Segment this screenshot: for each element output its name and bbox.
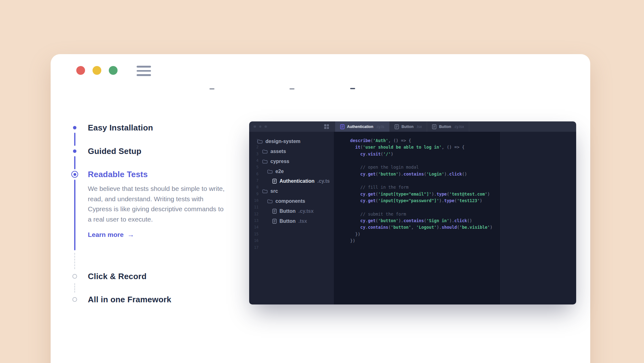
file-tree-panel: 1234567891011121314151617 design-systema… <box>249 132 334 304</box>
line-number: 17 <box>249 244 259 251</box>
tree-folder-design-system: design-system <box>249 137 334 146</box>
code-line: cy.get('button').contains('Sign in').cli… <box>350 217 500 224</box>
code-line: // open the login modal <box>350 164 500 171</box>
code-editor-window: Authentication.cy.tsButton.tsxButton.cy.… <box>249 121 576 304</box>
hamburger-menu-icon[interactable] <box>137 66 151 76</box>
file-icon <box>272 179 277 184</box>
line-number: 16 <box>249 238 259 244</box>
code-line: cy.get('button').contains('Login').click… <box>350 171 500 177</box>
timeline-circle-upcoming <box>73 274 77 279</box>
timeline-segment <box>74 133 75 146</box>
file-icon <box>272 209 277 214</box>
code-line: cy.visit('/') <box>350 151 500 157</box>
folder-icon <box>262 149 268 154</box>
tab-file-name: Button <box>439 125 451 129</box>
tree-folder-e2e: e2e <box>249 167 334 176</box>
file-icon <box>432 124 436 129</box>
tree-file-authentication-cy-ts: Authentication.cy.ts <box>249 177 334 185</box>
feature-item-click-record[interactable]: Click & Record <box>88 271 250 282</box>
feature-description-line: Cypress is like giving descriptive comma… <box>88 204 250 214</box>
editor-body: 1234567891011121314151617 design-systema… <box>249 132 576 304</box>
code-line: }) <box>350 238 500 244</box>
window-controls <box>76 66 118 75</box>
tree-item-ext: .cy.tsx <box>299 208 314 214</box>
folder-icon <box>262 159 268 164</box>
tree-item-label: e2e <box>275 169 284 174</box>
code-line: cy.contains('button', 'Logout').should('… <box>350 224 500 231</box>
timeline-segment-dashed <box>74 253 75 269</box>
tree-item-label: assets <box>270 149 286 154</box>
code-line <box>350 244 500 251</box>
window-dot-yellow <box>93 66 101 75</box>
tree-item-ext: .cy.ts <box>317 178 330 184</box>
code-line <box>350 204 500 211</box>
tab-file-ext: .cy.ts <box>376 125 384 129</box>
browser-window-card: Easy InstallationGuided SetupReadable Te… <box>51 54 590 363</box>
tree-item-label: Button <box>279 218 296 224</box>
folder-icon <box>257 139 263 144</box>
editor-tab-authentication-cy-ts: Authentication.cy.ts <box>335 121 389 132</box>
ghost-dash <box>209 88 214 89</box>
tree-item-label: components <box>275 198 305 204</box>
timeline-ring-active <box>71 171 78 178</box>
feature-item-readable-tests[interactable]: Readable Tests <box>88 169 250 180</box>
folder-icon <box>267 169 273 174</box>
tab-file-ext: .tsx <box>416 125 422 129</box>
editor-side-panel <box>500 132 576 304</box>
code-line: describe('Auth', () => { <box>350 137 500 144</box>
ghost-dash <box>350 88 355 89</box>
tab-file-name: Button <box>401 125 414 129</box>
grid-icon <box>324 124 329 129</box>
editor-tab-bar: Authentication.cy.tsButton.tsxButton.cy.… <box>249 121 576 132</box>
tree-item-label: Authentication <box>279 178 314 184</box>
tree-folder-cypress: cypress <box>249 157 334 166</box>
tree-item-label: cypress <box>270 159 289 164</box>
editor-window-dot <box>259 125 262 128</box>
timeline-segment-dashed <box>74 283 75 293</box>
tab-file-ext: .cy.tsx <box>454 125 464 129</box>
tree-item-label: Button <box>279 208 296 214</box>
window-dot-green <box>109 66 118 75</box>
feature-description-line: We believe that tests should be simple t… <box>88 184 250 194</box>
tree-folder-components: components <box>249 197 334 205</box>
timeline-circle-upcoming <box>73 297 77 302</box>
code-line: cy.get('input[type="email"]').type('test… <box>350 191 500 197</box>
tree-folder-src: src <box>249 187 334 195</box>
feature-list: Easy InstallationGuided SetupReadable Te… <box>88 122 250 305</box>
editor-window-dot <box>264 125 267 128</box>
tab-file-name: Authentication <box>347 125 373 129</box>
timeline-segment-active <box>74 180 75 250</box>
feature-item-easy-installation[interactable]: Easy Installation <box>88 122 250 133</box>
feature-timeline <box>73 54 77 311</box>
feature-item-guided-setup[interactable]: Guided Setup <box>88 146 250 156</box>
window-dot-red <box>76 66 85 75</box>
folder-icon <box>267 199 273 203</box>
code-line: // fill in the form <box>350 184 500 191</box>
feature-item-all-in-one-framework[interactable]: All in one Framework <box>88 294 250 305</box>
folder-icon <box>262 189 268 193</box>
hamburger-bar <box>137 70 151 72</box>
timeline-dot-done <box>73 150 77 153</box>
timeline-segment <box>74 156 75 169</box>
feature-description-line: a real user to execute. <box>88 214 250 225</box>
code-line: // submit the form <box>350 211 500 217</box>
ghost-dash <box>289 88 294 89</box>
hamburger-bar <box>137 66 151 68</box>
tree-item-ext: .tsx <box>299 218 307 224</box>
code-line <box>350 177 500 184</box>
code-line: }) <box>350 231 500 238</box>
code-line <box>350 157 500 164</box>
learn-more-link[interactable]: Learn more→ <box>88 229 250 240</box>
tree-item-label: src <box>270 188 278 194</box>
code-line: cy.get('input[type="password"]').type('t… <box>350 197 500 204</box>
learn-more-label: Learn more <box>88 231 123 238</box>
file-icon <box>395 124 399 129</box>
tree-file-button-tsx: Button.tsx <box>249 217 334 225</box>
file-icon <box>340 124 345 129</box>
tree-folder-assets: assets <box>249 147 334 156</box>
editor-tab-button-cy-tsx: Button.cy.tsx <box>427 121 469 132</box>
editor-window-dots <box>254 121 267 132</box>
timeline-dot-done <box>73 126 77 130</box>
tree-item-label: design-system <box>265 139 300 144</box>
arrow-right-icon: → <box>127 231 134 239</box>
